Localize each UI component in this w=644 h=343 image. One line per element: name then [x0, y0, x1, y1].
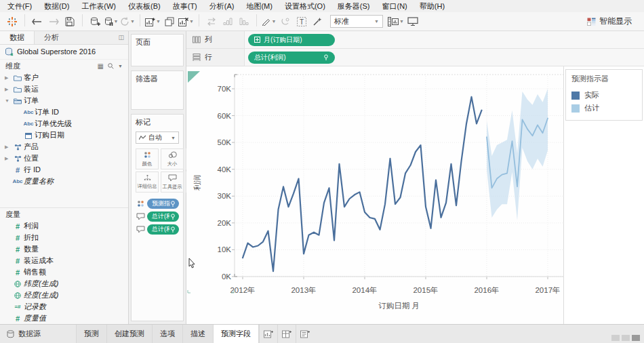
new-story-button[interactable] [296, 325, 314, 343]
measure-field[interactable]: #利润 [0, 220, 128, 232]
measure-field[interactable]: #装运成本 [0, 255, 128, 266]
sheet-tab-4[interactable]: 预测字段 [213, 325, 259, 343]
rows-shelf[interactable]: 行 总计(利润) [186, 49, 644, 66]
legend-item[interactable]: 实际 [571, 89, 637, 102]
toolbar-separator [140, 14, 140, 26]
highlight-wand-button[interactable] [310, 14, 325, 29]
pane-options-icon[interactable]: ◫ [114, 31, 128, 44]
show-mark-labels-button[interactable]: T [294, 14, 309, 29]
menu-item-7[interactable]: 设置格式(O) [279, 1, 331, 12]
dimension-field[interactable]: Abc度量名称 [0, 176, 128, 187]
sheet-tab-2[interactable]: 选项 [152, 325, 182, 343]
svg-text:30K: 30K [218, 192, 232, 200]
marks-size-button[interactable]: 大小 [161, 148, 184, 169]
dimension-field[interactable]: ▶产品 [0, 141, 128, 153]
expand-icon[interactable]: ▶ [5, 144, 12, 150]
swap-rows-columns-button [204, 14, 219, 29]
marks-tooltip-button[interactable]: 工具提示 [161, 172, 184, 193]
calendar-icon [22, 132, 35, 139]
new-worksheet-button[interactable]: ▼ [145, 14, 161, 29]
measure-field[interactable]: =#记录数 [0, 301, 128, 312]
show-tabs-icon[interactable] [622, 335, 630, 341]
tab-analytics[interactable]: 分析 [35, 31, 68, 44]
measure-field[interactable]: 经度(生成) [0, 289, 128, 301]
shelf-pill[interactable]: 月(订购日期) [248, 34, 335, 46]
shelf-pill[interactable]: 总计(利润) [248, 52, 335, 64]
menu-item-3[interactable]: 仪表板(B) [122, 1, 167, 12]
marks-pill[interactable]: 预测指示器 [147, 199, 179, 209]
menu-item-4[interactable]: 故事(T) [167, 1, 203, 12]
datasource-item[interactable]: Global Superstore 2016 [0, 45, 128, 60]
pages-shelf[interactable]: 页面 [131, 34, 184, 66]
menu-item-9[interactable]: 窗口(N) [376, 1, 414, 12]
new-dashboard-button[interactable] [277, 325, 296, 343]
fit-selector[interactable]: 标准 ▼ [330, 15, 383, 28]
tableau-logo-button[interactable] [5, 14, 20, 29]
menu-item-6[interactable]: 地图(M) [240, 1, 279, 12]
pane-splitter[interactable] [0, 187, 128, 207]
chevron-down-icon[interactable]: ▼ [118, 64, 123, 68]
expand-icon[interactable]: ▶ [5, 156, 12, 161]
search-icon[interactable] [108, 63, 114, 69]
menu-item-8[interactable]: 服务器(S) [331, 1, 376, 12]
sheet-tab-1[interactable]: 创建预测 [106, 325, 152, 343]
tab-data[interactable]: 数据 [0, 31, 35, 44]
dimension-field[interactable]: ▶客户 [0, 72, 128, 83]
menu-item-10[interactable]: 帮助(H) [414, 1, 451, 12]
new-datasource-button[interactable] [87, 14, 102, 29]
marks-color-button[interactable]: 颜色 [136, 148, 159, 169]
chart-view[interactable]: 2012年2013年2014年2015年2016年2017年0K10K20K30… [186, 66, 564, 324]
smart-show-button[interactable]: 智能显示 [587, 16, 640, 27]
measure-field[interactable]: #数量 [0, 243, 128, 255]
measure-field[interactable]: 纬度(生成) [0, 278, 128, 289]
dimension-field[interactable]: 订购日期 [0, 129, 128, 141]
menu-item-5[interactable]: 分析(A) [203, 1, 241, 12]
undo-button[interactable] [30, 14, 45, 29]
svg-text:2017年: 2017年 [535, 286, 560, 294]
view-data-icon[interactable]: ▦ [98, 62, 104, 70]
measure-field[interactable]: #销售额 [0, 266, 128, 278]
field-label: 折扣 [24, 233, 39, 243]
sheet-tab-3[interactable]: 描述 [182, 325, 213, 343]
legend-item[interactable]: 估计 [571, 102, 637, 115]
menu-item-2[interactable]: 工作表(W) [75, 1, 122, 12]
datasource-tab[interactable]: 数据源 [0, 325, 50, 343]
pages-label: 页面 [136, 37, 179, 47]
dimension-field[interactable]: ▼订单 [0, 95, 128, 106]
dimension-field[interactable]: #行 ID [0, 164, 128, 176]
pause-updates-button[interactable]: ▼ [104, 14, 119, 29]
measure-field[interactable]: #折扣 [0, 232, 128, 243]
collapse-icon[interactable]: ▼ [5, 98, 12, 103]
marks-detail-button[interactable]: 详细信息 [136, 172, 159, 193]
filters-shelf[interactable]: 筛选器 [131, 70, 184, 110]
show-me-toolbar-button[interactable]: ▼ [388, 14, 404, 29]
marks-pill[interactable]: 总计(利润) .. [147, 224, 179, 235]
dimension-field[interactable]: ▶装运 [0, 83, 128, 95]
mark-type-dropdown[interactable]: 自动 ▼ [136, 132, 179, 144]
pill-label: 预测指示器 [152, 199, 170, 208]
dimension-field[interactable]: Abc订单优先级 [0, 118, 128, 129]
forecast-legend[interactable]: 预测指示器 实际估计 [565, 69, 643, 121]
chevron-down-icon: ▼ [156, 19, 161, 24]
dimension-field[interactable]: Abc订单 ID [0, 106, 128, 118]
format-pen-button[interactable]: ▼ [262, 14, 277, 29]
sheet-tab-0[interactable]: 预测 [76, 325, 106, 343]
expand-icon[interactable]: ▶ [5, 75, 12, 81]
measure-field[interactable]: #度量值 [0, 312, 128, 324]
clear-sheet-button[interactable]: ▼ [178, 14, 194, 29]
expand-icon[interactable] [254, 37, 260, 43]
save-button[interactable] [62, 14, 77, 29]
marks-pill[interactable]: 总计(利润) .. [147, 211, 179, 222]
menu-item-0[interactable]: 文件(F) [1, 1, 38, 12]
columns-shelf[interactable]: 列 月(订购日期) [186, 31, 644, 49]
abc-icon: Abc [12, 178, 24, 184]
expand-icon[interactable]: ▶ [5, 87, 12, 92]
detail-icon [144, 174, 151, 181]
show-filmstrip-icon[interactable] [611, 335, 620, 341]
tab-scroll-icon[interactable] [632, 335, 640, 341]
new-worksheet-button[interactable] [259, 325, 277, 343]
dimension-field[interactable]: ▶位置 [0, 153, 128, 164]
presentation-mode-button[interactable] [405, 14, 420, 29]
menu-item-1[interactable]: 数据(D) [38, 1, 75, 12]
duplicate-sheet-button[interactable] [162, 14, 177, 29]
